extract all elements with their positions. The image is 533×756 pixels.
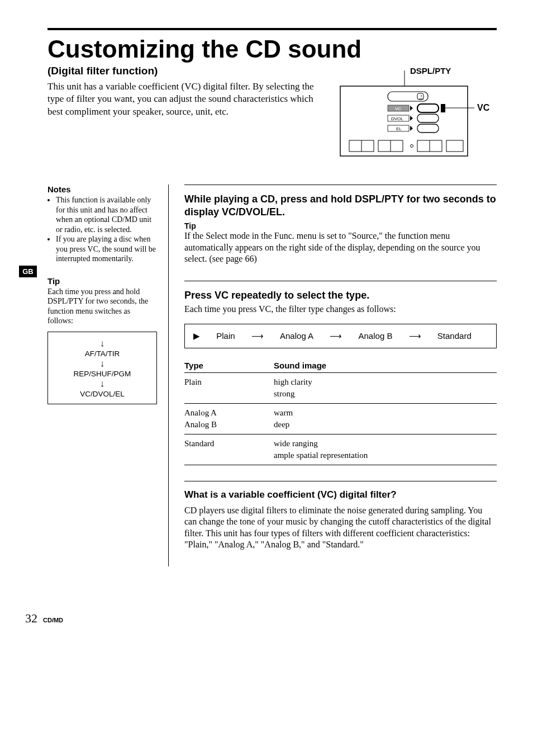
cell-type: Standard xyxy=(184,434,274,465)
svg-rect-13 xyxy=(417,114,439,122)
language-tab: GB xyxy=(19,266,37,277)
tip-heading: Tip xyxy=(47,276,157,286)
cell-type: Analog AAnalog B xyxy=(184,403,274,434)
svg-rect-9 xyxy=(441,104,445,112)
step1-tip-text: If the Select mode in the Func. menu is … xyxy=(184,230,497,264)
flow-item: Plain xyxy=(216,331,235,341)
svg-marker-12 xyxy=(410,116,413,121)
table-row: Analog AAnalog B warmdeep xyxy=(184,403,497,434)
svg-rect-17 xyxy=(417,124,439,133)
cell-sound: high claritystrong xyxy=(274,372,497,403)
flow-item: Analog B xyxy=(359,331,393,341)
notes-heading: Notes xyxy=(47,185,157,194)
menu-flow-item: VC/DVOL/EL xyxy=(51,390,153,398)
filter-table: Type Sound image Plain high claritystron… xyxy=(184,358,497,465)
table-row: Plain high claritystrong xyxy=(184,372,497,403)
filter-flow-box: ▶ Plain ⟶ Analog A ⟶ Analog B ⟶ Standard xyxy=(184,324,497,348)
step1-tip-label: Tip xyxy=(184,221,497,230)
cell-sound: warmdeep xyxy=(274,403,497,434)
menu-flow-item: REP/SHUF/PGM xyxy=(51,370,153,378)
table-header-sound: Sound image xyxy=(274,358,497,373)
svg-text:VC: VC xyxy=(395,106,401,111)
table-row: Standard wide rangingample spatial repre… xyxy=(184,434,497,465)
note-item: This function is available only for this… xyxy=(56,195,157,234)
step2-heading: Press VC repeatedly to select the type. xyxy=(184,289,497,302)
subtitle: (Digital filter function) xyxy=(47,65,321,77)
notes-list: This function is available only for this… xyxy=(47,195,157,264)
svg-text:VC: VC xyxy=(477,103,490,112)
menu-flow-diagram: ↓ AF/TA/TIR ↓ REP/SHUF/PGM ↓ VC/DVOL/EL xyxy=(47,332,157,404)
device-diagram: DSPL/PTY VC DVOL xyxy=(335,65,497,168)
step1-heading: While playing a CD, press and hold DSPL/… xyxy=(184,193,497,218)
menu-flow-item: AF/TA/TIR xyxy=(51,349,153,358)
svg-text:DSPL/PTY: DSPL/PTY xyxy=(410,66,451,75)
svg-point-22 xyxy=(411,145,413,148)
svg-rect-4 xyxy=(417,93,423,100)
page-title: Customizing the CD sound xyxy=(47,36,497,63)
page-number: 32 xyxy=(25,611,37,626)
flow-item: Standard xyxy=(437,331,472,341)
cell-sound: wide rangingample spatial representation xyxy=(274,434,497,465)
svg-text:EL: EL xyxy=(396,126,402,131)
tip-body-side: Each time you press and hold DSPL/PTY fo… xyxy=(47,287,157,326)
svg-rect-2 xyxy=(340,86,468,156)
note-item: If you are playing a disc when you press… xyxy=(56,234,157,264)
cell-type: Plain xyxy=(184,372,274,403)
step2-body: Each time you press VC, the filter type … xyxy=(184,304,497,315)
table-header-type: Type xyxy=(184,358,274,373)
svg-rect-25 xyxy=(446,140,463,152)
svg-rect-8 xyxy=(417,104,439,112)
intro-body: This unit has a variable coefficient (VC… xyxy=(47,81,321,117)
explain-heading: What is a variable coefficient (VC) digi… xyxy=(184,489,497,500)
svg-marker-7 xyxy=(410,106,413,111)
footer-category: CD/MD xyxy=(43,617,63,623)
svg-text:DVOL: DVOL xyxy=(391,116,403,121)
flow-item: Analog A xyxy=(280,331,313,341)
explain-body: CD players use digital filters to elimin… xyxy=(184,505,497,551)
svg-marker-16 xyxy=(410,126,413,131)
intro-text: (Digital filter function) This unit has … xyxy=(47,65,321,117)
